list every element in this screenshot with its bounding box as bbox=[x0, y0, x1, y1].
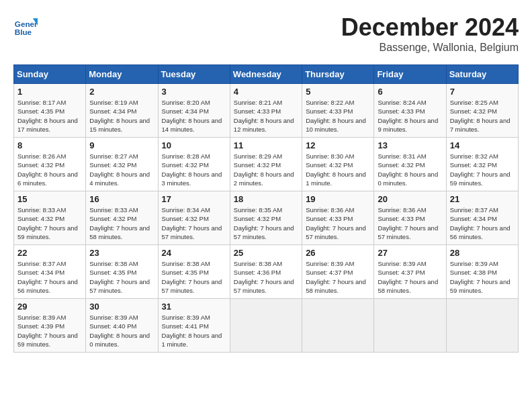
cell-info: Sunrise: 8:37 AMSunset: 4:34 PMDaylight:… bbox=[450, 206, 511, 240]
calendar-cell: 7 Sunrise: 8:25 AMSunset: 4:32 PMDayligh… bbox=[446, 84, 518, 138]
calendar-cell bbox=[302, 299, 374, 353]
calendar-cell: 23 Sunrise: 8:38 AMSunset: 4:35 PMDaylig… bbox=[86, 245, 158, 299]
calendar-cell: 5 Sunrise: 8:22 AMSunset: 4:33 PMDayligh… bbox=[302, 84, 374, 138]
calendar-cell: 22 Sunrise: 8:37 AMSunset: 4:34 PMDaylig… bbox=[14, 245, 86, 299]
day-number: 6 bbox=[378, 87, 442, 97]
title-area: December 2024 Bassenge, Wallonia, Belgiu… bbox=[341, 13, 519, 54]
cell-info: Sunrise: 8:33 AMSunset: 4:32 PMDaylight:… bbox=[89, 206, 150, 240]
calendar-cell: 18 Sunrise: 8:35 AMSunset: 4:32 PMDaylig… bbox=[230, 191, 302, 245]
day-number: 13 bbox=[378, 140, 442, 150]
calendar-cell: 8 Sunrise: 8:26 AMSunset: 4:32 PMDayligh… bbox=[14, 138, 86, 191]
calendar-cell: 21 Sunrise: 8:37 AMSunset: 4:34 PMDaylig… bbox=[446, 191, 518, 245]
header: General Blue December 2024 Bassenge, Wal… bbox=[13, 13, 519, 54]
calendar-cell: 31 Sunrise: 8:39 AMSunset: 4:41 PMDaylig… bbox=[158, 299, 230, 353]
cell-info: Sunrise: 8:39 AMSunset: 4:39 PMDaylight:… bbox=[17, 314, 78, 348]
calendar-cell: 4 Sunrise: 8:21 AMSunset: 4:33 PMDayligh… bbox=[230, 84, 302, 138]
cell-info: Sunrise: 8:20 AMSunset: 4:34 PMDaylight:… bbox=[162, 99, 222, 133]
header-day-tuesday: Tuesday bbox=[158, 65, 230, 84]
cell-info: Sunrise: 8:22 AMSunset: 4:33 PMDaylight:… bbox=[306, 99, 366, 133]
cell-info: Sunrise: 8:36 AMSunset: 4:33 PMDaylight:… bbox=[378, 206, 438, 240]
calendar-table: SundayMondayTuesdayWednesdayThursdayFrid… bbox=[13, 64, 519, 353]
day-number: 14 bbox=[450, 140, 515, 150]
calendar-cell bbox=[446, 299, 518, 353]
day-number: 24 bbox=[162, 248, 226, 258]
day-number: 23 bbox=[89, 248, 154, 258]
day-number: 11 bbox=[234, 140, 298, 150]
calendar-cell: 2 Sunrise: 8:19 AMSunset: 4:34 PMDayligh… bbox=[86, 84, 158, 138]
day-number: 15 bbox=[17, 194, 82, 204]
calendar-cell: 30 Sunrise: 8:39 AMSunset: 4:40 PMDaylig… bbox=[86, 299, 158, 353]
day-number: 28 bbox=[450, 248, 515, 258]
calendar-cell bbox=[374, 299, 446, 353]
day-number: 25 bbox=[234, 248, 298, 258]
day-number: 12 bbox=[306, 140, 370, 150]
day-number: 3 bbox=[162, 87, 226, 97]
day-number: 2 bbox=[89, 87, 154, 97]
cell-info: Sunrise: 8:39 AMSunset: 4:38 PMDaylight:… bbox=[450, 260, 511, 294]
cell-info: Sunrise: 8:39 AMSunset: 4:37 PMDaylight:… bbox=[378, 260, 438, 294]
calendar-cell: 14 Sunrise: 8:32 AMSunset: 4:32 PMDaylig… bbox=[446, 138, 518, 191]
svg-text:Blue: Blue bbox=[15, 28, 32, 36]
calendar-cell: 16 Sunrise: 8:33 AMSunset: 4:32 PMDaylig… bbox=[86, 191, 158, 245]
calendar-subtitle: Bassenge, Wallonia, Belgium bbox=[341, 42, 519, 54]
cell-info: Sunrise: 8:39 AMSunset: 4:37 PMDaylight:… bbox=[306, 260, 366, 294]
calendar-cell: 11 Sunrise: 8:29 AMSunset: 4:32 PMDaylig… bbox=[230, 138, 302, 191]
day-number: 10 bbox=[162, 140, 226, 150]
cell-info: Sunrise: 8:29 AMSunset: 4:32 PMDaylight:… bbox=[234, 152, 294, 187]
cell-info: Sunrise: 8:39 AMSunset: 4:41 PMDaylight:… bbox=[162, 314, 222, 348]
calendar-cell: 29 Sunrise: 8:39 AMSunset: 4:39 PMDaylig… bbox=[14, 299, 86, 353]
cell-info: Sunrise: 8:32 AMSunset: 4:32 PMDaylight:… bbox=[450, 152, 511, 187]
calendar-cell: 25 Sunrise: 8:38 AMSunset: 4:36 PMDaylig… bbox=[230, 245, 302, 299]
calendar-cell: 15 Sunrise: 8:33 AMSunset: 4:32 PMDaylig… bbox=[14, 191, 86, 245]
logo: General Blue bbox=[13, 13, 38, 38]
cell-info: Sunrise: 8:36 AMSunset: 4:33 PMDaylight:… bbox=[306, 206, 366, 240]
cell-info: Sunrise: 8:24 AMSunset: 4:33 PMDaylight:… bbox=[378, 99, 438, 133]
calendar-cell: 26 Sunrise: 8:39 AMSunset: 4:37 PMDaylig… bbox=[302, 245, 374, 299]
cell-info: Sunrise: 8:31 AMSunset: 4:32 PMDaylight:… bbox=[378, 152, 438, 187]
calendar-cell: 3 Sunrise: 8:20 AMSunset: 4:34 PMDayligh… bbox=[158, 84, 230, 138]
logo-icon: General Blue bbox=[13, 13, 38, 38]
calendar-cell: 20 Sunrise: 8:36 AMSunset: 4:33 PMDaylig… bbox=[374, 191, 446, 245]
day-number: 1 bbox=[17, 87, 82, 97]
cell-info: Sunrise: 8:38 AMSunset: 4:35 PMDaylight:… bbox=[89, 260, 150, 294]
cell-info: Sunrise: 8:27 AMSunset: 4:32 PMDaylight:… bbox=[89, 152, 150, 187]
cell-info: Sunrise: 8:28 AMSunset: 4:32 PMDaylight:… bbox=[162, 152, 222, 187]
svg-text:General: General bbox=[15, 19, 38, 28]
day-number: 27 bbox=[378, 248, 442, 258]
calendar-title: December 2024 bbox=[341, 13, 519, 42]
week-row-2: 8 Sunrise: 8:26 AMSunset: 4:32 PMDayligh… bbox=[14, 138, 519, 191]
day-number: 30 bbox=[89, 302, 154, 312]
header-day-friday: Friday bbox=[374, 65, 446, 84]
calendar-cell: 27 Sunrise: 8:39 AMSunset: 4:37 PMDaylig… bbox=[374, 245, 446, 299]
cell-info: Sunrise: 8:33 AMSunset: 4:32 PMDaylight:… bbox=[17, 206, 78, 240]
day-number: 18 bbox=[234, 194, 298, 204]
cell-info: Sunrise: 8:30 AMSunset: 4:32 PMDaylight:… bbox=[306, 152, 366, 187]
week-row-5: 29 Sunrise: 8:39 AMSunset: 4:39 PMDaylig… bbox=[14, 299, 519, 353]
day-number: 16 bbox=[89, 194, 154, 204]
cell-info: Sunrise: 8:34 AMSunset: 4:32 PMDaylight:… bbox=[162, 206, 222, 240]
calendar-cell: 1 Sunrise: 8:17 AMSunset: 4:35 PMDayligh… bbox=[14, 84, 86, 138]
calendar-cell: 10 Sunrise: 8:28 AMSunset: 4:32 PMDaylig… bbox=[158, 138, 230, 191]
cell-info: Sunrise: 8:17 AMSunset: 4:35 PMDaylight:… bbox=[17, 99, 78, 133]
day-number: 7 bbox=[450, 87, 515, 97]
day-number: 4 bbox=[234, 87, 298, 97]
week-row-3: 15 Sunrise: 8:33 AMSunset: 4:32 PMDaylig… bbox=[14, 191, 519, 245]
cell-info: Sunrise: 8:35 AMSunset: 4:32 PMDaylight:… bbox=[234, 206, 294, 240]
week-row-1: 1 Sunrise: 8:17 AMSunset: 4:35 PMDayligh… bbox=[14, 84, 519, 138]
cell-info: Sunrise: 8:38 AMSunset: 4:35 PMDaylight:… bbox=[162, 260, 222, 294]
cell-info: Sunrise: 8:25 AMSunset: 4:32 PMDaylight:… bbox=[450, 99, 511, 133]
day-number: 19 bbox=[306, 194, 370, 204]
calendar-cell bbox=[230, 299, 302, 353]
day-number: 5 bbox=[306, 87, 370, 97]
day-number: 20 bbox=[378, 194, 442, 204]
day-number: 29 bbox=[17, 302, 82, 312]
header-day-sunday: Sunday bbox=[14, 65, 86, 84]
calendar-cell: 9 Sunrise: 8:27 AMSunset: 4:32 PMDayligh… bbox=[86, 138, 158, 191]
calendar-body: 1 Sunrise: 8:17 AMSunset: 4:35 PMDayligh… bbox=[14, 84, 519, 353]
day-number: 22 bbox=[17, 248, 82, 258]
header-day-thursday: Thursday bbox=[302, 65, 374, 84]
calendar-header: SundayMondayTuesdayWednesdayThursdayFrid… bbox=[14, 65, 519, 84]
calendar-cell: 28 Sunrise: 8:39 AMSunset: 4:38 PMDaylig… bbox=[446, 245, 518, 299]
cell-info: Sunrise: 8:26 AMSunset: 4:32 PMDaylight:… bbox=[17, 152, 78, 187]
day-number: 8 bbox=[17, 140, 82, 150]
